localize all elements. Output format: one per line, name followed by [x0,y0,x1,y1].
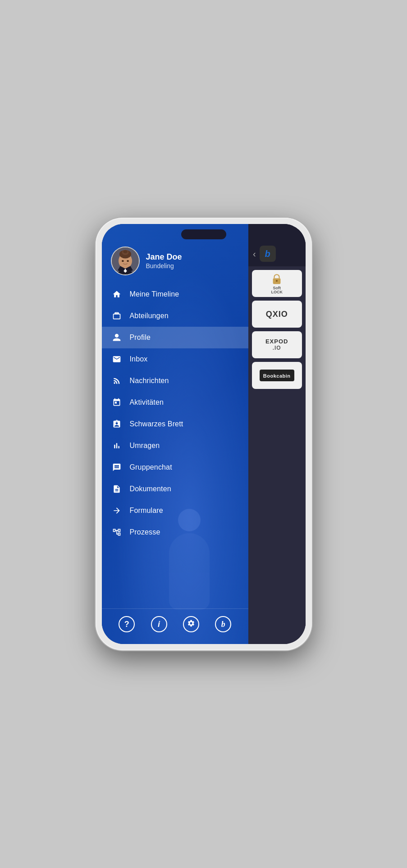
nav-label-prozesse: Prozesse [130,528,160,536]
bookcabin-logo-text: Bookcabin [263,373,291,379]
qxio-logo-text: QXIO [266,310,288,319]
nav-item-inbox[interactable]: Inbox [102,348,248,370]
nav-item-timeline[interactable]: Meine Timeline [102,283,248,305]
nav-label-inbox: Inbox [130,355,148,363]
document-icon [112,484,122,494]
user-company: Bundeling [146,262,182,270]
nav-label-aktivitaeten: Aktivitäten [130,398,164,407]
nav-item-aktivitaeten[interactable]: Aktivitäten [102,392,248,413]
company-card-qxio[interactable]: QXIO [252,301,302,328]
svg-point-9 [127,260,129,262]
bundeling-logo-button[interactable]: b [215,616,231,632]
nav-item-schwarzes-brett[interactable]: Schwarzes Brett [102,413,248,435]
settings-button[interactable] [183,616,199,632]
phone-notch [181,229,226,239]
svg-point-8 [122,260,124,262]
info-button[interactable]: i [151,616,167,632]
nav-label-dokumenten: Dokumenten [130,485,171,493]
nav-item-nachrichten[interactable]: Nachrichten [102,370,248,392]
right-panel: ‹ b [248,224,306,644]
chat-icon [112,462,122,472]
right-header: ‹ b [248,224,306,266]
envelope-icon [112,354,122,364]
user-info: Jane Doe Bundeling [146,252,182,270]
question-icon: ? [124,620,129,629]
gear-icon [187,619,195,629]
navigation-list: Meine Timeline Abteilungen [102,283,248,608]
rss-icon [112,376,122,386]
screen-content: Jane Doe Bundeling Meine Timeline [102,224,306,644]
company-card-softlock[interactable]: Soft LOCK [252,270,302,297]
calendar-icon [112,397,122,407]
phone-screen: Jane Doe Bundeling Meine Timeline [102,224,306,644]
phone-frame: Jane Doe Bundeling Meine Timeline [96,218,312,650]
company-card-expod[interactable]: EXPOD .IO [252,331,302,358]
hierarchy-icon [112,527,122,537]
svg-point-7 [123,250,127,254]
nav-item-prozesse[interactable]: Prozesse [102,521,248,543]
nav-item-formulare[interactable]: Formulare [102,500,248,521]
nav-label-gruppenchat: Gruppenchat [130,463,172,471]
expod-io-text: .IO [273,345,281,351]
svg-point-11 [276,280,278,282]
nav-item-profile[interactable]: Profile [102,327,248,348]
clipboard-icon [112,419,122,429]
nav-item-gruppenchat[interactable]: Gruppenchat [102,457,248,478]
company-card-bookcabin[interactable]: Bookcabin [252,362,302,389]
menu-content: Jane Doe Bundeling Meine Timeline [102,224,248,644]
nav-item-dokumenten[interactable]: Dokumenten [102,478,248,500]
back-button[interactable]: ‹ [253,249,256,259]
arrow-icon [112,506,122,516]
nav-label-timeline: Meine Timeline [130,290,179,298]
nav-label-profile: Profile [130,333,151,342]
softlock-lock-icon [270,273,283,285]
nav-label-formulare: Formulare [130,507,163,515]
nav-label-nachrichten: Nachrichten [130,377,169,385]
expod-logo-text: EXPOD [265,338,288,345]
info-icon: i [158,620,160,629]
avatar-image [112,247,139,274]
nav-item-abteilungen[interactable]: Abteilungen [102,305,248,327]
nav-label-umragen: Umragen [130,442,160,450]
menu-panel: Jane Doe Bundeling Meine Timeline [102,224,248,644]
bundeling-b-icon: b [221,620,225,629]
person-icon [112,333,122,343]
briefcase-icon [112,311,122,321]
user-name: Jane Doe [146,252,182,262]
bottom-toolbar: ? i b [102,608,248,644]
home-icon [112,289,122,299]
nav-item-umragen[interactable]: Umragen [102,435,248,457]
app-logo: b [260,246,276,262]
softlock-label-lock: LOCK [271,290,283,294]
nav-label-schwarzes-brett: Schwarzes Brett [130,420,183,428]
company-list: Soft LOCK QXIO EXPOD .IO [248,266,306,644]
user-profile-section[interactable]: Jane Doe Bundeling [102,242,248,283]
help-button[interactable]: ? [119,616,135,632]
nav-label-abteilungen: Abteilungen [130,312,169,320]
avatar [111,247,140,275]
bar-chart-icon [112,441,122,451]
